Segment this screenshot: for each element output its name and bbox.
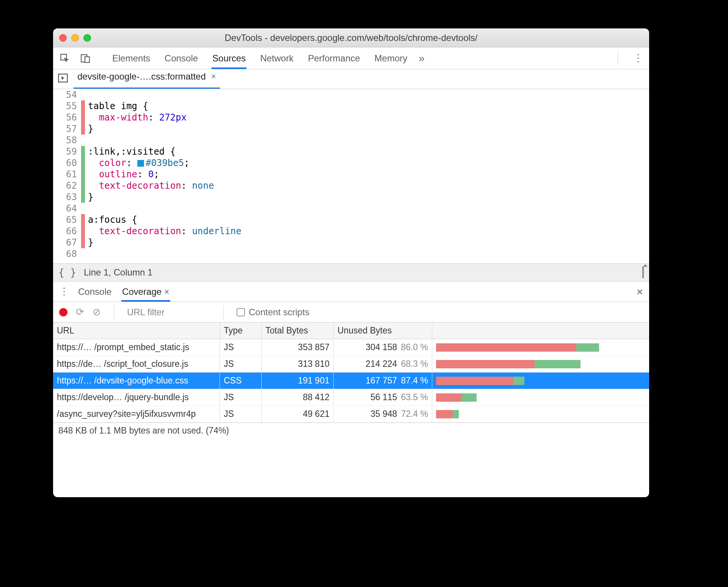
- code-line[interactable]: 56 max-width: 272px: [53, 112, 649, 123]
- code-text: [85, 248, 88, 260]
- tab-performance[interactable]: Performance: [307, 48, 361, 69]
- code-line[interactable]: 57}: [53, 123, 649, 135]
- coverage-bar: [432, 406, 649, 422]
- coverage-url: https://… /devsite-google-blue.css: [53, 373, 220, 389]
- coverage-gutter: [81, 248, 85, 260]
- coverage-gutter: [81, 191, 85, 203]
- coverage-url: https://de… /script_foot_closure.js: [53, 356, 220, 372]
- coverage-type: JS: [220, 356, 262, 372]
- record-button[interactable]: [59, 308, 67, 316]
- coverage-bar: [432, 389, 649, 405]
- code-line[interactable]: 55table img {: [53, 100, 649, 112]
- close-tab-icon[interactable]: ×: [211, 72, 216, 81]
- code-text: }: [85, 123, 93, 135]
- tab-console[interactable]: Console: [164, 48, 199, 69]
- url-filter-input[interactable]: URL filter: [127, 307, 210, 318]
- pretty-print-icon[interactable]: { }: [58, 267, 76, 278]
- col-type[interactable]: Type: [220, 322, 262, 339]
- code-line[interactable]: 67}: [53, 237, 649, 248]
- coverage-gutter: [81, 135, 85, 146]
- drawer-tabs: ⋮ ConsoleCoverage × ×: [53, 282, 649, 302]
- editor-status-bar: { } Line 1, Column 1: [53, 263, 649, 282]
- code-text: color: #039be5;: [85, 157, 190, 169]
- reload-icon[interactable]: ⟳: [76, 306, 84, 318]
- coverage-row[interactable]: https://… /devsite-google-blue.cssCSS191…: [53, 373, 649, 389]
- file-tab-label: devsite-google-….css:formatted: [77, 71, 206, 82]
- code-line[interactable]: 63}: [53, 191, 649, 203]
- code-line[interactable]: 60 color: #039be5;: [53, 157, 649, 169]
- line-number: 67: [53, 237, 81, 248]
- code-text: text-decoration: none: [85, 180, 214, 191]
- line-number: 57: [53, 123, 81, 135]
- code-text: :link,:visited {: [85, 146, 176, 157]
- coverage-row[interactable]: /async_survey?site=ylj5ifxusvvmr4pJS49 6…: [53, 406, 649, 423]
- code-text: outline: 0;: [85, 169, 159, 180]
- coverage-gutter: [81, 89, 85, 100]
- source-editor[interactable]: 5455table img {56 max-width: 272px57}585…: [53, 89, 649, 263]
- divider: [114, 305, 114, 319]
- device-toolbar-icon[interactable]: [80, 53, 90, 63]
- code-line[interactable]: 66 text-decoration: underline: [53, 225, 649, 237]
- coverage-row[interactable]: https://… /prompt_embed_static.jsJS353 8…: [53, 339, 649, 356]
- code-text: [85, 203, 88, 214]
- line-number: 56: [53, 112, 81, 123]
- tab-sources[interactable]: Sources: [212, 48, 246, 69]
- coverage-url: /async_survey?site=ylj5ifxusvvmr4p: [53, 406, 220, 422]
- tab-elements[interactable]: Elements: [111, 48, 151, 69]
- coverage-type: JS: [220, 406, 262, 422]
- content-scripts-checkbox[interactable]: Content scripts: [237, 307, 309, 318]
- toggle-panel-icon[interactable]: [642, 267, 644, 278]
- devtools-window: DevTools - developers.google.com/web/too…: [53, 28, 649, 497]
- tabs-overflow-icon[interactable]: »: [419, 52, 425, 64]
- code-text: a:focus {: [85, 214, 137, 225]
- divider: [223, 305, 224, 319]
- coverage-total: 191 901: [262, 373, 334, 389]
- col-total[interactable]: Total Bytes: [262, 322, 334, 339]
- code-text: max-width: 272px: [85, 112, 187, 123]
- drawer-tab-coverage[interactable]: Coverage ×: [121, 282, 170, 302]
- coverage-type: JS: [220, 389, 262, 405]
- coverage-unused: 167 75787.4 %: [334, 373, 432, 389]
- code-line[interactable]: 65a:focus {: [53, 214, 649, 225]
- code-text: table img {: [85, 100, 148, 112]
- devtools-menu-icon[interactable]: ⋮: [633, 52, 642, 64]
- coverage-row[interactable]: https://develop… /jquery-bundle.jsJS88 4…: [53, 389, 649, 406]
- coverage-gutter: [81, 146, 85, 157]
- coverage-gutter: [81, 157, 85, 169]
- coverage-url: https://… /prompt_embed_static.js: [53, 339, 220, 355]
- coverage-unused: 56 11563.5 %: [334, 389, 432, 405]
- col-unused[interactable]: Unused Bytes: [334, 322, 432, 339]
- clear-icon[interactable]: ⊘: [93, 306, 101, 318]
- coverage-total: 313 810: [262, 356, 334, 372]
- coverage-unused: 304 15886.0 %: [334, 339, 432, 355]
- close-drawer-tab-icon[interactable]: ×: [164, 286, 169, 297]
- file-tab[interactable]: devsite-google-….css:formatted ×: [74, 69, 220, 89]
- navigator-toggle-icon[interactable]: [58, 73, 68, 86]
- coverage-gutter: [81, 225, 85, 237]
- tab-memory[interactable]: Memory: [374, 48, 408, 69]
- coverage-gutter: [81, 112, 85, 123]
- window-title: DevTools - developers.google.com/web/too…: [53, 33, 649, 43]
- code-line[interactable]: 64: [53, 203, 649, 214]
- coverage-gutter: [81, 100, 85, 112]
- checkbox-icon: [237, 308, 245, 316]
- code-text: text-decoration: underline: [85, 225, 242, 237]
- drawer-menu-icon[interactable]: ⋮: [59, 286, 68, 297]
- col-url[interactable]: URL: [53, 322, 220, 339]
- code-line[interactable]: 61 outline: 0;: [53, 169, 649, 180]
- coverage-total: 88 412: [262, 389, 334, 405]
- code-line[interactable]: 54: [53, 89, 649, 100]
- inspect-icon[interactable]: [60, 53, 70, 63]
- close-drawer-icon[interactable]: ×: [636, 285, 643, 298]
- coverage-gutter: [81, 237, 85, 248]
- tab-network[interactable]: Network: [259, 48, 294, 69]
- line-number: 64: [53, 203, 81, 214]
- coverage-row[interactable]: https://de… /script_foot_closure.jsJS313…: [53, 356, 649, 373]
- code-line[interactable]: 59:link,:visited {: [53, 146, 649, 157]
- code-line[interactable]: 62 text-decoration: none: [53, 180, 649, 191]
- code-line[interactable]: 68: [53, 248, 649, 260]
- drawer-tab-console[interactable]: Console: [77, 282, 112, 302]
- line-number: 58: [53, 135, 81, 146]
- line-number: 62: [53, 180, 81, 191]
- code-line[interactable]: 58: [53, 135, 649, 146]
